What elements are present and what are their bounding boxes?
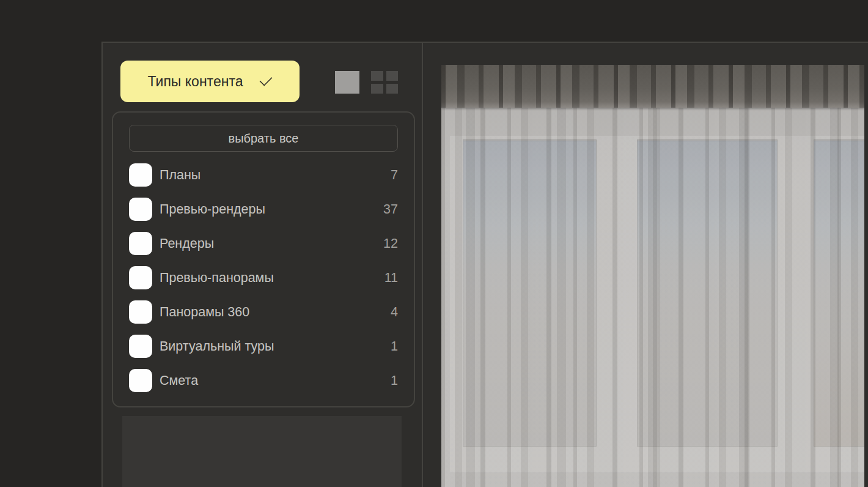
filter-row[interactable]: Панорамы 360 4 xyxy=(129,295,398,329)
filter-label: Виртуальный туры xyxy=(160,339,391,354)
filter-count: 4 xyxy=(391,305,398,320)
grid-view-toggle-icon[interactable] xyxy=(371,71,398,94)
filter-label: Превью-рендеры xyxy=(160,202,383,217)
filter-count: 1 xyxy=(391,339,398,354)
filter-row[interactable]: Рендеры 12 xyxy=(129,226,398,261)
select-all-button[interactable]: выбрать все xyxy=(129,125,398,152)
curtain-pleat-header xyxy=(441,65,864,108)
filter-label: Панорамы 360 xyxy=(160,305,391,320)
filter-list: Планы 7 Превью-рендеры 37 Рендеры 12 Пре… xyxy=(129,158,398,398)
checkbox-unchecked[interactable] xyxy=(129,266,152,289)
filter-label: Смета xyxy=(160,373,391,388)
filter-count: 1 xyxy=(391,373,398,388)
curtain-folds xyxy=(441,65,864,487)
filter-count: 7 xyxy=(391,168,398,183)
checkbox-unchecked[interactable] xyxy=(129,232,152,255)
filter-row[interactable]: Планы 7 xyxy=(129,158,398,192)
filter-row[interactable]: Смета 1 xyxy=(129,363,398,398)
checkbox-unchecked[interactable] xyxy=(129,369,152,392)
filter-label: Рендеры xyxy=(160,236,383,251)
single-view-toggle-icon[interactable] xyxy=(335,71,359,94)
checkbox-unchecked[interactable] xyxy=(129,300,152,324)
checkbox-unchecked[interactable] xyxy=(129,335,152,358)
checkbox-unchecked[interactable] xyxy=(129,163,152,187)
content-card[interactable] xyxy=(122,416,402,487)
content-type-filter-panel: выбрать все Планы 7 Превью-рендеры 37 Ре… xyxy=(112,111,415,407)
filter-count: 12 xyxy=(383,236,398,251)
filter-row[interactable]: Виртуальный туры 1 xyxy=(129,329,398,363)
filter-count: 11 xyxy=(384,270,398,286)
filter-row[interactable]: Превью-рендеры 37 xyxy=(129,192,398,226)
checkbox-unchecked[interactable] xyxy=(129,198,152,221)
filter-count: 37 xyxy=(383,202,398,217)
filter-label: Превью-панорамы xyxy=(160,270,384,286)
filter-row[interactable]: Превью-панорамы 11 xyxy=(129,261,398,295)
preview-image[interactable] xyxy=(441,65,864,487)
content-types-dropdown[interactable]: Типы контента xyxy=(120,61,300,102)
chevron-down-icon xyxy=(259,78,272,85)
sidebar-divider xyxy=(422,42,423,487)
app-window: Типы контента выбрать все Планы 7 Превью… xyxy=(0,0,868,487)
content-types-dropdown-label: Типы контента xyxy=(148,73,243,90)
filter-label: Планы xyxy=(160,168,391,183)
